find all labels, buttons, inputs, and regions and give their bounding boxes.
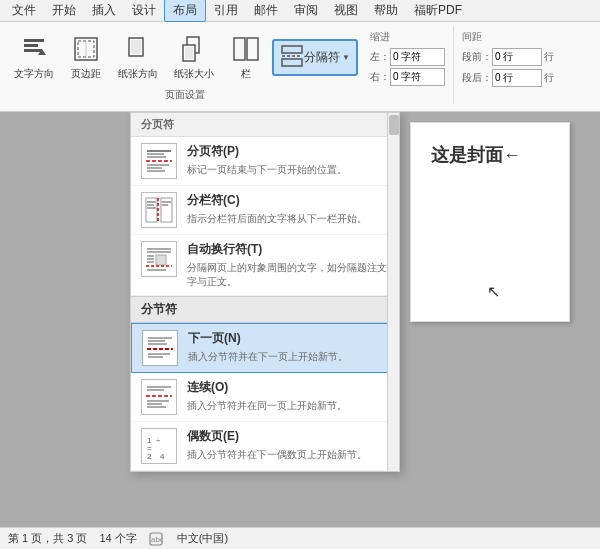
svg-rect-11 xyxy=(185,47,193,59)
columns-label: 栏 xyxy=(241,67,251,81)
column-break-item[interactable]: 分栏符(C) 指示分栏符后面的文字将从下一栏开始。 xyxy=(131,186,399,235)
column-break-title: 分栏符(C) xyxy=(187,192,389,209)
mouse-cursor: ↖ xyxy=(487,282,500,301)
spacing-after-unit: 行 xyxy=(544,71,554,85)
column-break-icon xyxy=(141,192,177,228)
menu-layout[interactable]: 布局 xyxy=(164,0,206,22)
svg-rect-14 xyxy=(282,46,302,53)
menu-start[interactable]: 开始 xyxy=(44,0,84,21)
status-language: 中文(中国) xyxy=(177,531,228,546)
status-words-text: 14 个字 xyxy=(99,531,136,546)
text-wrap-icon xyxy=(141,241,177,277)
breaks-label: 分隔符 xyxy=(304,49,340,66)
even-page-item[interactable]: 1 = 2 ÷ 4 偶数页(E) 插入分节符并在下一偶数页上开始新节。 xyxy=(131,422,399,471)
size-label: 纸张大小 xyxy=(174,67,214,81)
indent-label: 缩进 xyxy=(370,30,445,44)
next-page-icon xyxy=(142,330,178,366)
page-break-title: 分页符(P) xyxy=(187,143,389,160)
column-break-desc: 指示分栏符后面的文字将从下一栏开始。 xyxy=(187,212,389,226)
svg-rect-2 xyxy=(24,49,42,52)
page-break-text: 分页符(P) 标记一页结束与下一页开始的位置。 xyxy=(187,143,389,177)
spacing-before-row: 段前： 行 xyxy=(462,48,554,66)
text-direction-button[interactable]: 文字方向 xyxy=(8,31,60,83)
menu-view[interactable]: 视图 xyxy=(326,0,366,21)
columns-button[interactable]: 栏 xyxy=(224,31,268,83)
svg-rect-12 xyxy=(234,38,245,60)
text-direction-icon xyxy=(18,33,50,65)
menu-design[interactable]: 设计 xyxy=(124,0,164,21)
page-break-header: 分页符 xyxy=(131,113,399,137)
next-page-text: 下一页(N) 插入分节符并在下一页上开始新节。 xyxy=(188,330,388,364)
svg-text:÷: ÷ xyxy=(156,436,161,445)
next-page-item[interactable]: 下一页(N) 插入分节符并在下一页上开始新节。 xyxy=(131,323,399,373)
section-break-header: 分节符 xyxy=(131,296,399,323)
status-language-text: 中文(中国) xyxy=(177,531,228,546)
margins-label: 页边距 xyxy=(71,67,101,81)
menu-foxit[interactable]: 福昕PDF xyxy=(406,0,470,21)
spacing-group: 间距 段前： 行 段后： 行 xyxy=(454,26,562,104)
svg-rect-8 xyxy=(131,40,141,54)
continuous-icon xyxy=(141,379,177,415)
svg-rect-1 xyxy=(24,44,38,47)
continuous-desc: 插入分节符并在同一页上开始新节。 xyxy=(187,399,389,413)
orientation-button[interactable]: 纸张方向 xyxy=(112,31,164,83)
menu-bar: 文件 开始 插入 设计 布局 引用 邮件 审阅 视图 帮助 福昕PDF xyxy=(0,0,600,22)
status-page-text: 第 1 页，共 3 页 xyxy=(8,531,87,546)
breaks-button[interactable]: 分隔符 ▼ xyxy=(272,39,358,76)
menu-insert[interactable]: 插入 xyxy=(84,0,124,21)
indent-right-input[interactable] xyxy=(390,68,445,86)
menu-file[interactable]: 文件 xyxy=(4,0,44,21)
svg-rect-13 xyxy=(247,38,258,60)
indent-left-label: 左： xyxy=(370,50,390,64)
indent-left-input[interactable] xyxy=(390,48,445,66)
spacing-before-label: 段前： xyxy=(462,50,492,64)
status-page: 第 1 页，共 3 页 xyxy=(8,531,87,546)
menu-help[interactable]: 帮助 xyxy=(366,0,406,21)
columns-icon xyxy=(230,33,262,65)
content-area: 分页符 分页符(P) 标记一页结束与下一页开始的位置。 xyxy=(0,112,600,527)
status-bar: 第 1 页，共 3 页 14 个字 abc 中文(中国) xyxy=(0,527,600,549)
scrollbar-thumb xyxy=(389,115,399,135)
continuous-text: 连续(O) 插入分节符并在同一页上开始新节。 xyxy=(187,379,389,413)
indent-left-row: 左： xyxy=(370,48,445,66)
svg-rect-0 xyxy=(24,39,44,42)
spacing-after-row: 段后： 行 xyxy=(462,69,554,87)
menu-review[interactable]: 审阅 xyxy=(286,0,326,21)
dropdown-scrollbar[interactable] xyxy=(387,113,399,471)
breaks-dropdown-menu: 分页符 分页符(P) 标记一页结束与下一页开始的位置。 xyxy=(130,112,400,472)
continuous-item[interactable]: 连续(O) 插入分节符并在同一页上开始新节。 xyxy=(131,373,399,422)
text-wrap-title: 自动换行符(T) xyxy=(187,241,389,258)
spacing-before-unit: 行 xyxy=(544,50,554,64)
even-page-text: 偶数页(E) 插入分节符并在下一偶数页上开始新节。 xyxy=(187,428,389,462)
text-direction-label: 文字方向 xyxy=(14,67,54,81)
spacing-before-input[interactable] xyxy=(492,48,542,66)
indent-right-label: 右： xyxy=(370,70,390,84)
column-break-text: 分栏符(C) 指示分栏符后面的文字将从下一栏开始。 xyxy=(187,192,389,226)
text-wrap-desc: 分隔网页上的对象周围的文字，如分隔题注文字与正文。 xyxy=(187,261,389,289)
menu-references[interactable]: 引用 xyxy=(206,0,246,21)
continuous-title: 连续(O) xyxy=(187,379,389,396)
indent-right-row: 右： xyxy=(370,68,445,86)
page-break-icon xyxy=(141,143,177,179)
ribbon-page-setup: 文字方向 页边距 xyxy=(8,26,362,104)
page-break-desc: 标记一页结束与下一页开始的位置。 xyxy=(187,163,389,177)
svg-rect-16 xyxy=(282,59,302,66)
even-page-desc: 插入分节符并在下一偶数页上开始新节。 xyxy=(187,448,389,462)
svg-text:2: 2 xyxy=(147,452,152,461)
menu-mail[interactable]: 邮件 xyxy=(246,0,286,21)
ribbon: 文字方向 页边距 xyxy=(0,22,600,112)
text-wrap-text: 自动换行符(T) 分隔网页上的对象周围的文字，如分隔题注文字与正文。 xyxy=(187,241,389,289)
ribbon-page-setup-buttons: 文字方向 页边距 xyxy=(8,26,362,88)
orientation-label: 纸张方向 xyxy=(118,67,158,81)
indent-group: 缩进 左： 右： xyxy=(362,26,454,104)
spacing-after-input[interactable] xyxy=(492,69,542,87)
breaks-icon xyxy=(280,44,304,71)
status-proofreading-icon: abc xyxy=(149,532,165,546)
svg-rect-34 xyxy=(156,255,166,265)
text-wrap-item[interactable]: 自动换行符(T) 分隔网页上的对象周围的文字，如分隔题注文字与正文。 xyxy=(131,235,399,296)
size-button[interactable]: 纸张大小 xyxy=(168,31,220,83)
margins-icon xyxy=(70,33,102,65)
margins-button[interactable]: 页边距 xyxy=(64,31,108,83)
page-break-item[interactable]: 分页符(P) 标记一页结束与下一页开始的位置。 xyxy=(131,137,399,186)
size-icon xyxy=(178,33,210,65)
